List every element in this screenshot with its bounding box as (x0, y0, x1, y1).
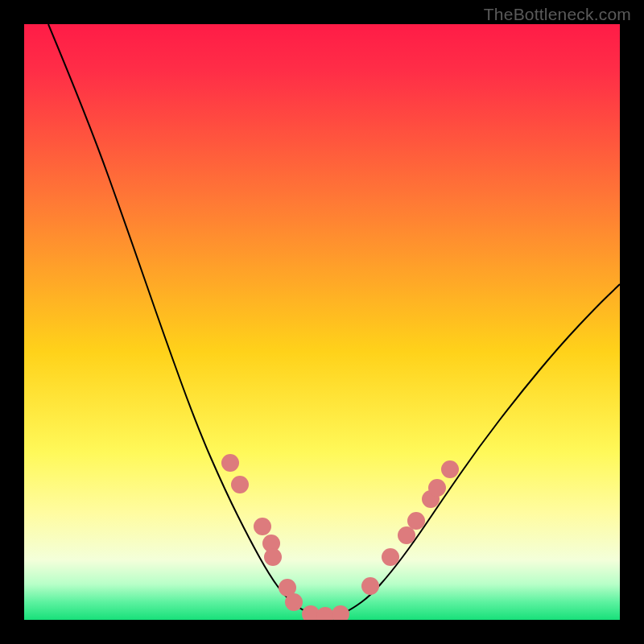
marker-group (221, 454, 459, 620)
marker-dot (332, 605, 349, 620)
marker-dot (398, 526, 415, 544)
marker-dot (407, 512, 425, 530)
marker-dot (428, 479, 446, 497)
marker-dot (441, 460, 459, 478)
bottleneck-curve (48, 24, 620, 616)
marker-dot (316, 607, 334, 620)
chart-plot-area (24, 24, 620, 620)
marker-dot (382, 548, 399, 566)
marker-dot (254, 518, 271, 535)
chart-overlay (24, 24, 620, 620)
marker-dot (221, 454, 239, 472)
marker-dot (285, 593, 303, 611)
watermark: TheBottleneck.com (484, 5, 631, 24)
marker-dot (264, 548, 282, 566)
marker-dot (231, 476, 249, 493)
marker-dot (361, 577, 379, 595)
